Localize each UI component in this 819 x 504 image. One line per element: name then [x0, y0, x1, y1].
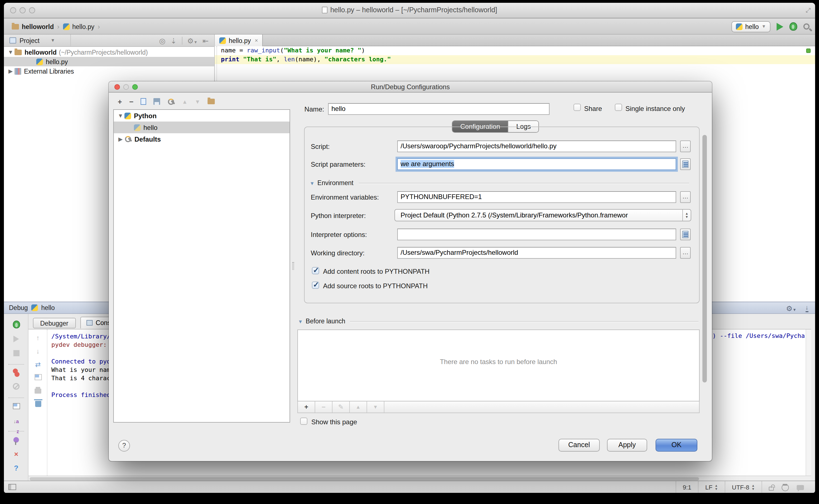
- help-icon[interactable]: ?: [4, 463, 28, 473]
- caret-position[interactable]: 9:1: [676, 481, 698, 493]
- rerun-script-icon[interactable]: ⇄: [28, 361, 47, 369]
- stop-icon[interactable]: [4, 348, 28, 358]
- python-icon: [134, 124, 141, 131]
- expand-parameters-button[interactable]: [680, 158, 691, 170]
- view-breakpoints-icon[interactable]: [4, 368, 28, 378]
- environment-variables-input[interactable]: PYTHONUNBUFFERED=1: [397, 191, 676, 203]
- before-launch-section-header[interactable]: ▼Before launch: [298, 318, 345, 324]
- fullscreen-icon[interactable]: ⤢: [806, 7, 811, 14]
- tree-item-python[interactable]: ▼Python: [114, 110, 289, 122]
- lock-icon[interactable]: [769, 486, 774, 490]
- tree-expanded-icon[interactable]: ▼: [7, 49, 14, 55]
- edit-defaults-icon[interactable]: [167, 98, 175, 105]
- locate-icon[interactable]: ◎: [159, 37, 166, 45]
- toolwindow-switcher-icon[interactable]: [8, 484, 16, 490]
- apply-button[interactable]: Apply: [607, 439, 647, 452]
- editor-tab-label: hello.py: [229, 37, 251, 44]
- save-configuration-icon[interactable]: [153, 98, 160, 105]
- add-configuration-icon[interactable]: +: [118, 97, 122, 106]
- close-tab-icon[interactable]: ×: [255, 37, 258, 43]
- tree-item-external-libraries[interactable]: ▶External Libraries: [4, 66, 214, 76]
- console-scrollbar[interactable]: [806, 329, 811, 476]
- help-button[interactable]: ?: [118, 440, 130, 452]
- python-interpreter-select[interactable]: Project Default (Python 2.7.5 (/System/L…: [394, 209, 691, 221]
- before-launch-tasks-panel[interactable]: There are no tasks to run before launch: [297, 329, 700, 401]
- tab-debugger[interactable]: Debugger: [33, 318, 76, 328]
- remove-task-icon[interactable]: −: [315, 401, 332, 413]
- gear-icon[interactable]: ⚙▼: [786, 304, 796, 312]
- ok-button[interactable]: OK: [656, 439, 697, 452]
- script-input[interactable]: /Users/swaroop/PycharmProjects/helloworl…: [397, 140, 676, 152]
- tree-item-hello-py[interactable]: hello.py: [4, 57, 214, 66]
- edit-task-icon[interactable]: ✎: [332, 401, 350, 413]
- run-configuration-select[interactable]: hello ▼: [731, 21, 770, 32]
- browse-script-button[interactable]: …: [680, 140, 691, 152]
- tree-item-hello[interactable]: hello: [114, 122, 289, 133]
- cancel-button[interactable]: Cancel: [559, 439, 600, 452]
- collapse-all-icon[interactable]: ⇣: [170, 37, 177, 45]
- add-content-roots-checkbox[interactable]: [312, 267, 319, 274]
- search-icon[interactable]: [803, 23, 810, 30]
- run-button[interactable]: [777, 23, 783, 30]
- working-directory-input[interactable]: /Users/swa/PycharmProjects/helloworld: [397, 247, 676, 259]
- resume-icon[interactable]: [4, 335, 28, 345]
- project-view-select[interactable]: Project ▼: [4, 35, 71, 46]
- share-checkbox[interactable]: [574, 104, 581, 111]
- scroll-az-icon[interactable]: ↓az: [4, 415, 28, 435]
- toolbar-separator: [8, 431, 24, 432]
- tree-collapsed-icon[interactable]: ▶: [117, 136, 124, 142]
- breadcrumb-item[interactable]: helloworld: [22, 23, 54, 30]
- interpreter-options-input[interactable]: [397, 229, 676, 240]
- expand-interpreter-options-button[interactable]: [680, 229, 691, 240]
- browse-working-directory-button[interactable]: …: [680, 247, 691, 259]
- tree-item-defaults[interactable]: ▶Defaults: [114, 133, 289, 145]
- tree-expanded-icon[interactable]: ▼: [117, 113, 124, 119]
- remove-configuration-icon[interactable]: −: [129, 97, 133, 106]
- move-up-icon[interactable]: ▲: [182, 98, 187, 105]
- dialog-scrollbar-thumb[interactable]: [702, 135, 707, 382]
- restore-layout-icon[interactable]: [4, 401, 28, 411]
- scrollbar-thumb[interactable]: [30, 477, 699, 480]
- event-log-icon[interactable]: [797, 485, 804, 490]
- new-folder-icon[interactable]: [207, 99, 215, 104]
- tree-collapsed-icon[interactable]: ▶: [7, 68, 14, 74]
- show-this-page-checkbox[interactable]: [300, 418, 307, 425]
- print-icon[interactable]: [28, 387, 47, 395]
- add-task-icon[interactable]: +: [298, 401, 315, 413]
- breadcrumb-item[interactable]: hello.py: [72, 23, 94, 30]
- navigate-down-icon[interactable]: ↓: [28, 347, 47, 355]
- move-down-icon[interactable]: ▼: [195, 98, 200, 105]
- environment-section-header[interactable]: ▼Environment: [310, 180, 353, 186]
- hide-toolwindow-icon[interactable]: ↓: [805, 305, 808, 312]
- close-icon[interactable]: ×: [4, 449, 28, 459]
- clear-all-icon[interactable]: [28, 401, 47, 409]
- copy-configuration-icon[interactable]: [141, 98, 146, 105]
- splitter-handle[interactable]: [292, 262, 294, 270]
- hide-panel-icon[interactable]: ⇤: [202, 37, 209, 45]
- tree-item-helloworld[interactable]: ▼helloworld (~/PycharmProjects/helloworl…: [4, 47, 214, 57]
- encoding-select[interactable]: UTF-8▲▼: [725, 481, 762, 493]
- move-task-down-icon[interactable]: ▼: [367, 401, 384, 413]
- dialog-titlebar[interactable]: Run/Debug Configurations: [109, 81, 712, 93]
- move-task-up-icon[interactable]: ▲: [350, 401, 367, 413]
- collapse-triangle-icon[interactable]: ▼: [298, 319, 303, 324]
- pin-icon[interactable]: [4, 435, 28, 445]
- navigate-up-icon[interactable]: ↑: [28, 334, 47, 342]
- script-parameters-input[interactable]: we are arguments: [397, 158, 676, 170]
- horizontal-scrollbar[interactable]: [28, 476, 811, 481]
- name-input[interactable]: hello: [328, 103, 550, 115]
- add-source-roots-checkbox[interactable]: [312, 282, 319, 289]
- window-titlebar[interactable]: hello.py – helloworld – [~/PycharmProjec…: [4, 3, 815, 18]
- show-command-line-icon[interactable]: [28, 374, 47, 382]
- collapse-triangle-icon[interactable]: ▼: [310, 181, 315, 186]
- inspections-profile-icon[interactable]: [782, 484, 789, 491]
- rerun-debug-icon[interactable]: [4, 321, 28, 331]
- mute-breakpoints-icon[interactable]: [4, 382, 28, 392]
- dialog-title: Run/Debug Configurations: [109, 83, 712, 91]
- editor-tab-hello-py[interactable]: hello.py ×: [215, 35, 263, 46]
- debug-button[interactable]: [789, 22, 797, 31]
- line-ending-select[interactable]: LF▲▼: [698, 481, 725, 493]
- browse-environment-button[interactable]: …: [680, 191, 691, 203]
- single-instance-checkbox[interactable]: [615, 104, 622, 111]
- gear-icon[interactable]: ⚙▼: [187, 37, 197, 45]
